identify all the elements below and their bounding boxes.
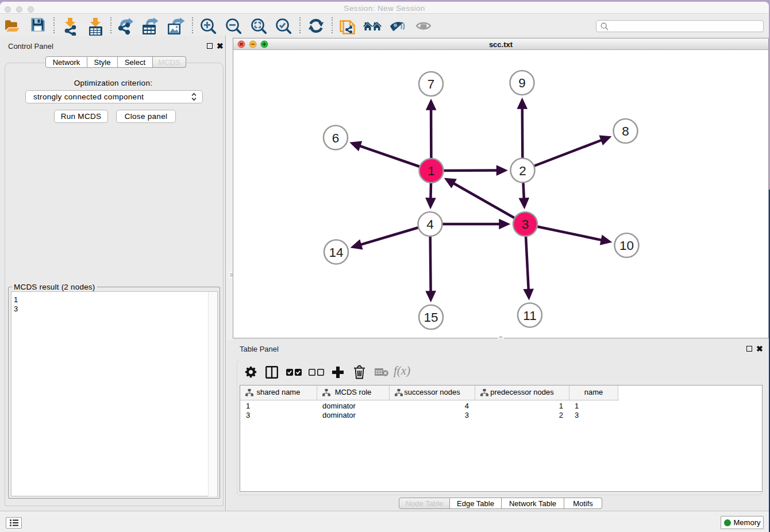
- svg-text:10: 10: [619, 238, 634, 253]
- svg-text:14: 14: [329, 245, 343, 260]
- svg-text:15: 15: [424, 310, 438, 325]
- svg-text:11: 11: [523, 309, 536, 323]
- svg-text:2: 2: [519, 164, 526, 178]
- svg-text:1: 1: [428, 164, 435, 178]
- svg-text:7: 7: [428, 77, 435, 91]
- svg-text:6: 6: [332, 131, 340, 145]
- svg-text:8: 8: [622, 124, 629, 138]
- svg-text:9: 9: [518, 76, 526, 90]
- svg-text:4: 4: [426, 217, 434, 232]
- svg-text:3: 3: [522, 217, 529, 232]
